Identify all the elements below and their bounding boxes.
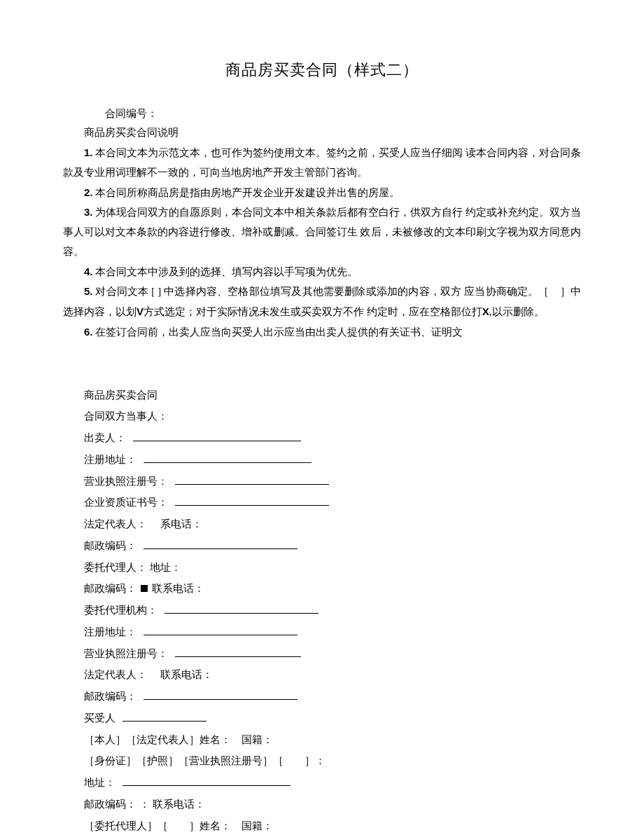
explain-item-2: 2. 本合同所称商品房是指由房地产开发企业开发建设并出售的房屋。 bbox=[63, 183, 581, 203]
postal-label-1: 邮政编码： bbox=[84, 540, 136, 551]
contact-tel-label-1: 联系电话： bbox=[152, 583, 204, 594]
item-text-1: 本合同文本为示范文本，也可作为签约使用文本。签约之前，买受人应当仔细阅 读本合同… bbox=[63, 147, 581, 178]
buyer-field[interactable] bbox=[122, 710, 206, 722]
postal-row-1: 邮政编码： bbox=[84, 535, 581, 557]
addr-row-2: 地址： bbox=[84, 772, 581, 794]
addr-label-2: 地址： bbox=[84, 777, 115, 788]
item-number-5: 5. bbox=[84, 285, 93, 297]
parties-label: 合同双方当事人： bbox=[84, 406, 581, 427]
item-text-4: 本合同文本中涉及到的选择、填写内容以手写项为优先。 bbox=[95, 266, 358, 277]
ent-qual-label: 企业资质证书号： bbox=[84, 497, 168, 508]
x-mark: X bbox=[482, 305, 489, 317]
item-text-5c: ,以示删除。 bbox=[489, 306, 545, 317]
item-text-5b: 方式选定；对于实际情况未发生或买卖双方不作 约定时，应在空格部位打 bbox=[144, 306, 482, 317]
buyer-row: 买受人 bbox=[84, 708, 581, 729]
item-number-4: 4. bbox=[84, 265, 93, 277]
agent-org-field[interactable] bbox=[164, 602, 318, 614]
tel-suffix-label: 系电话： bbox=[160, 518, 202, 530]
postal-label-4: 邮政编码： bbox=[84, 799, 136, 810]
item-number-6: 6. bbox=[84, 326, 93, 338]
explain-item-5: 5. 对合同文本 [ ] 中选择内容、空格部位填写及其他需要删除或添加的内容，双… bbox=[63, 282, 581, 322]
addr-field-2[interactable] bbox=[122, 775, 290, 786]
seller-field[interactable] bbox=[133, 430, 301, 441]
item-number-1: 1. bbox=[84, 146, 93, 158]
postal-label-3: 邮政编码： bbox=[84, 691, 136, 702]
id-row: ［身份证］［护照］［营业执照注册号］［ ］： bbox=[84, 750, 581, 772]
colon-1: ： bbox=[139, 799, 150, 810]
contact-tel-label-2: 联系电话： bbox=[160, 669, 213, 680]
explain-item-4: 4. 本合同文本中涉及到的选择、填写内容以手写项为优先。 bbox=[63, 262, 581, 282]
self-legal-row: ［本人］［法定代表人］姓名： 国籍： bbox=[84, 729, 581, 751]
seller-row: 出卖人： bbox=[84, 427, 581, 449]
addr-label-1: 地址： bbox=[150, 562, 181, 573]
square-icon bbox=[141, 585, 148, 592]
item-text-3: 为体现合同双方的自愿原则，本合同文本中相关条款后都有空白行，供双方自行 约定或补… bbox=[63, 207, 581, 257]
postal-row-2: 邮政编码： 联系电话： bbox=[84, 578, 581, 600]
biz-reg-field[interactable] bbox=[175, 474, 329, 485]
ent-qual-row: 企业资质证书号： bbox=[84, 492, 581, 513]
contact-tel-label-3: 联系电话： bbox=[153, 799, 205, 810]
item-number-3: 3. bbox=[84, 206, 93, 218]
legal-rep-row-2: 法定代表人： 联系电话： bbox=[84, 664, 581, 686]
buyer-label: 买受人 bbox=[84, 712, 115, 724]
postal-row-3: 邮政编码： bbox=[84, 686, 581, 708]
agent-person-label: 委托代理人： bbox=[84, 562, 147, 573]
reg-addr-label-2: 注册地址： bbox=[84, 626, 136, 637]
reg-addr-label: 注册地址： bbox=[84, 454, 136, 465]
explain-item-6: 6. 在签订合同前，出卖人应当向买受人出示应当由出卖人提供的有关证书、证明文 bbox=[63, 322, 581, 343]
reg-addr-field[interactable] bbox=[144, 452, 312, 463]
explanation-header: 商品房买卖合同说明 bbox=[63, 123, 581, 143]
postal-field-1[interactable] bbox=[144, 538, 298, 549]
agent-org-row: 委托代理机构： bbox=[84, 600, 581, 621]
v-mark: V bbox=[136, 305, 144, 317]
contract-form: 商品房买卖合同 合同双方当事人： 出卖人： 注册地址： 营业执照注册号： 企业资… bbox=[63, 385, 581, 835]
seller-label: 出卖人： bbox=[84, 432, 126, 443]
legal-rep-label-2: 法定代表人： bbox=[84, 669, 147, 680]
ent-qual-field[interactable] bbox=[175, 495, 329, 506]
legal-rep-row: 法定代表人： 系电话： bbox=[84, 513, 581, 535]
biz-reg-row: 营业执照注册号： bbox=[84, 471, 581, 492]
form-header: 商品房买卖合同 bbox=[84, 385, 581, 406]
item-number-2: 2. bbox=[84, 186, 93, 198]
document-page: 商品房买卖合同（样式二） 合同编号： 商品房买卖合同说明 1. 本合同文本为示范… bbox=[0, 0, 644, 835]
explain-item-3: 3. 为体现合同双方的自愿原则，本合同文本中相关条款后都有空白行，供双方自行 约… bbox=[63, 202, 581, 261]
document-title: 商品房买卖合同（样式二） bbox=[63, 56, 581, 85]
reg-addr-row: 注册地址： bbox=[84, 449, 581, 471]
reg-addr-row-2: 注册地址： bbox=[84, 621, 581, 643]
postal-row-4: 邮政编码： ： 联系电话： bbox=[84, 794, 581, 815]
item-text-6: 在签订合同前，出卖人应当向买受人出示应当由出卖人提供的有关证书、证明文 bbox=[95, 326, 463, 338]
biz-reg-field-2[interactable] bbox=[175, 646, 301, 657]
biz-reg-row-2: 营业执照注册号： bbox=[84, 643, 581, 665]
agent-person-row: 委托代理人： 地址： bbox=[84, 557, 581, 579]
agent-line-row: ［委托代理人］［ ］姓名： 国籍： bbox=[84, 815, 581, 835]
explain-item-1: 1. 本合同文本为示范文本，也可作为签约使用文本。签约之前，买受人应当仔细阅 读… bbox=[63, 143, 581, 183]
biz-reg-label-2: 营业执照注册号： bbox=[84, 648, 168, 659]
contract-number-label: 合同编号： bbox=[63, 104, 581, 124]
postal-field-3[interactable] bbox=[144, 689, 298, 700]
item-text-2: 本合同所称商品房是指由房地产开发企业开发建设并出售的房屋。 bbox=[95, 187, 400, 198]
postal-label-2: 邮政编码： bbox=[84, 583, 136, 594]
reg-addr-field-2[interactable] bbox=[144, 624, 298, 635]
biz-reg-label: 营业执照注册号： bbox=[84, 476, 168, 487]
agent-org-label: 委托代理机构： bbox=[84, 605, 158, 616]
legal-rep-label: 法定代表人： bbox=[84, 518, 147, 530]
